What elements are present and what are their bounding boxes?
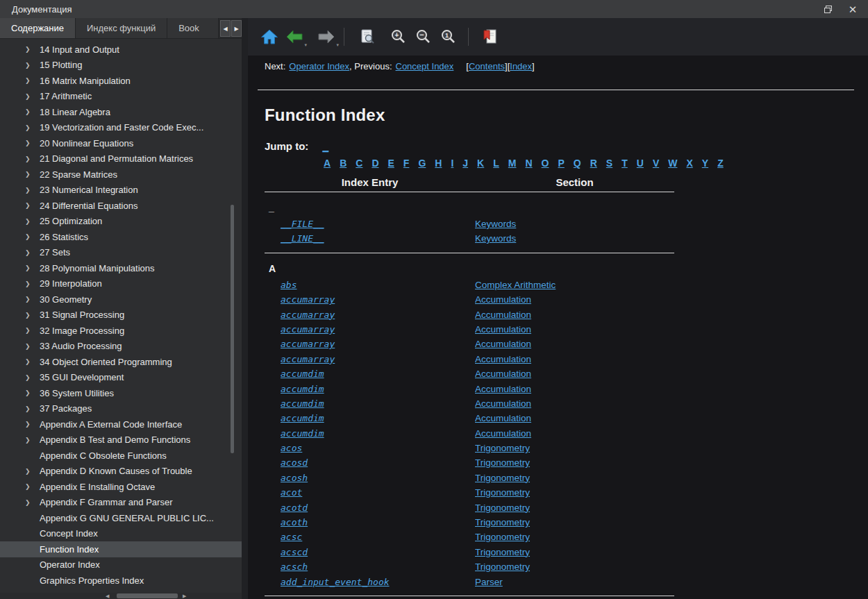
- index-entry-link[interactable]: accumarray: [281, 354, 335, 364]
- jump-letter-G[interactable]: G: [418, 158, 426, 169]
- back-button[interactable]: ▾: [284, 26, 305, 48]
- index-entry-link[interactable]: acscd: [281, 547, 308, 557]
- chevron-right-icon[interactable]: ❯: [25, 249, 40, 256]
- section-link[interactable]: Accumulation: [475, 384, 531, 394]
- zoom-in-button[interactable]: +: [387, 26, 408, 48]
- forward-history-caret-icon[interactable]: ▾: [336, 42, 339, 48]
- sidebar-item[interactable]: ❯26 Statistics: [0, 229, 242, 245]
- section-link[interactable]: Accumulation: [475, 428, 531, 439]
- restore-window-button[interactable]: [822, 3, 833, 15]
- index-entry-link[interactable]: accumarray: [281, 294, 335, 305]
- section-link[interactable]: Accumulation: [475, 413, 531, 423]
- sidebar-item[interactable]: ❯31 Signal Processing: [0, 307, 242, 323]
- sidebar-item[interactable]: Graphics Properties Index: [0, 573, 242, 589]
- index-entry-link[interactable]: accumarray: [281, 310, 335, 320]
- scroll-left-arrow-icon[interactable]: ◀: [106, 593, 109, 599]
- chevron-right-icon[interactable]: ❯: [25, 405, 40, 412]
- sidebar-item[interactable]: ❯30 Geometry: [0, 292, 242, 307]
- sidebar-item[interactable]: Appendix G GNU GENERAL PUBLIC LIC...: [0, 510, 242, 526]
- sidebar-item[interactable]: ❯Appendix B Test and Demo Functions: [0, 432, 242, 448]
- find-in-page-button[interactable]: [357, 26, 378, 48]
- chevron-right-icon[interactable]: ❯: [25, 437, 40, 444]
- chevron-right-icon[interactable]: ❯: [25, 124, 40, 131]
- scroll-right-arrow-icon[interactable]: ▶: [183, 593, 186, 599]
- chevron-right-icon[interactable]: ❯: [25, 77, 40, 84]
- jump-letter-F[interactable]: F: [403, 158, 410, 169]
- index-entry-link[interactable]: accumdim: [281, 384, 324, 394]
- section-link[interactable]: Accumulation: [475, 324, 531, 335]
- chevron-right-icon[interactable]: ❯: [25, 483, 40, 490]
- section-link[interactable]: Trigonometry: [475, 443, 530, 453]
- jump-letter-Z[interactable]: Z: [717, 158, 724, 169]
- sidebar-item[interactable]: Function Index: [0, 541, 242, 557]
- chevron-right-icon[interactable]: ❯: [25, 280, 40, 287]
- zoom-out-button[interactable]: −: [412, 26, 433, 48]
- sidebar-horizontal-scrollbar-thumb[interactable]: [117, 593, 178, 598]
- bookmark-button[interactable]: [480, 26, 501, 48]
- sidebar-item[interactable]: ❯17 Arithmetic: [0, 89, 242, 105]
- sidebar-item[interactable]: ❯37 Packages: [0, 401, 242, 417]
- chevron-right-icon[interactable]: ❯: [25, 108, 40, 115]
- close-window-button[interactable]: ✕: [847, 3, 858, 15]
- chevron-right-icon[interactable]: ❯: [25, 296, 40, 303]
- index-entry-link[interactable]: acosh: [281, 473, 308, 483]
- section-link[interactable]: Trigonometry: [475, 532, 530, 542]
- index-entry-link[interactable]: __FILE__: [281, 219, 324, 229]
- contents-link[interactable]: Contents: [469, 61, 505, 71]
- sidebar-item[interactable]: ❯16 Matrix Manipulation: [0, 73, 242, 89]
- sidebar-item[interactable]: ❯25 Optimization: [0, 214, 242, 230]
- index-entry-link[interactable]: add_input_event_hook: [281, 577, 390, 587]
- sidebar-item[interactable]: Concept Index: [0, 526, 242, 542]
- index-entry-link[interactable]: acosd: [281, 457, 308, 468]
- jump-letter-M[interactable]: M: [508, 158, 517, 169]
- previous-link[interactable]: Concept Index: [396, 61, 454, 71]
- sidebar-item[interactable]: ❯23 Numerical Integration: [0, 183, 242, 199]
- index-entry-link[interactable]: acotd: [281, 503, 308, 513]
- index-entry-link[interactable]: acos: [281, 443, 302, 453]
- sidebar-horizontal-scrollbar[interactable]: ◀ ▶: [0, 593, 242, 599]
- jump-letter-L[interactable]: L: [493, 158, 499, 169]
- jump-letter-A[interactable]: A: [324, 158, 331, 169]
- jump-letter-B[interactable]: B: [340, 158, 347, 169]
- chevron-right-icon[interactable]: ❯: [25, 312, 40, 319]
- sidebar-item[interactable]: ❯29 Interpolation: [0, 276, 242, 292]
- jump-letter-O[interactable]: O: [542, 158, 549, 169]
- sidebar-tree[interactable]: ❯14 Input and Output❯15 Plotting❯16 Matr…: [0, 39, 242, 593]
- section-link[interactable]: Accumulation: [475, 369, 531, 379]
- jump-letter-J[interactable]: J: [462, 158, 468, 169]
- section-link[interactable]: Trigonometry: [475, 547, 530, 557]
- jump-letter-W[interactable]: W: [668, 158, 677, 169]
- jump-letter-S[interactable]: S: [606, 158, 612, 169]
- sidebar-item[interactable]: ❯20 Nonlinear Equations: [0, 135, 242, 151]
- chevron-right-icon[interactable]: ❯: [25, 218, 40, 225]
- chevron-right-icon[interactable]: ❯: [25, 155, 40, 162]
- section-link[interactable]: Accumulation: [475, 354, 531, 364]
- index-entry-link[interactable]: accumdim: [281, 369, 324, 379]
- sidebar-item[interactable]: ❯27 Sets: [0, 245, 242, 261]
- tab-1[interactable]: Содержание: [0, 18, 76, 38]
- sidebar-item[interactable]: ❯Appendix A External Code Interface: [0, 416, 242, 432]
- index-entry-link[interactable]: acsch: [281, 562, 308, 572]
- index-entry-link[interactable]: accumdim: [281, 398, 324, 409]
- chevron-right-icon[interactable]: ❯: [25, 327, 40, 334]
- sidebar-item[interactable]: ❯22 Sparse Matrices: [0, 167, 242, 183]
- chevron-right-icon[interactable]: ❯: [25, 374, 40, 381]
- index-entry-link[interactable]: __LINE__: [281, 233, 324, 244]
- jump-letter-U[interactable]: U: [637, 158, 644, 169]
- tab-3[interactable]: Book: [167, 18, 219, 38]
- chevron-right-icon[interactable]: ❯: [25, 62, 40, 69]
- tab-2[interactable]: Индекс функций: [76, 18, 167, 38]
- section-link[interactable]: Trigonometry: [475, 473, 530, 483]
- section-link[interactable]: Keywords: [475, 219, 516, 229]
- section-link[interactable]: Trigonometry: [475, 457, 530, 468]
- sidebar-item[interactable]: ❯33 Audio Processing: [0, 339, 242, 355]
- sidebar-item[interactable]: Operator Index: [0, 557, 242, 573]
- jump-letter-R[interactable]: R: [590, 158, 597, 169]
- chevron-right-icon[interactable]: ❯: [25, 358, 40, 365]
- jump-letter-D[interactable]: D: [372, 158, 378, 169]
- sidebar-item[interactable]: ❯15 Plotting: [0, 58, 242, 74]
- chevron-right-icon[interactable]: ❯: [25, 46, 40, 53]
- sidebar-item[interactable]: ❯21 Diagonal and Permutation Matrices: [0, 151, 242, 167]
- chevron-right-icon[interactable]: ❯: [25, 468, 40, 475]
- index-entry-link[interactable]: accumdim: [281, 428, 324, 439]
